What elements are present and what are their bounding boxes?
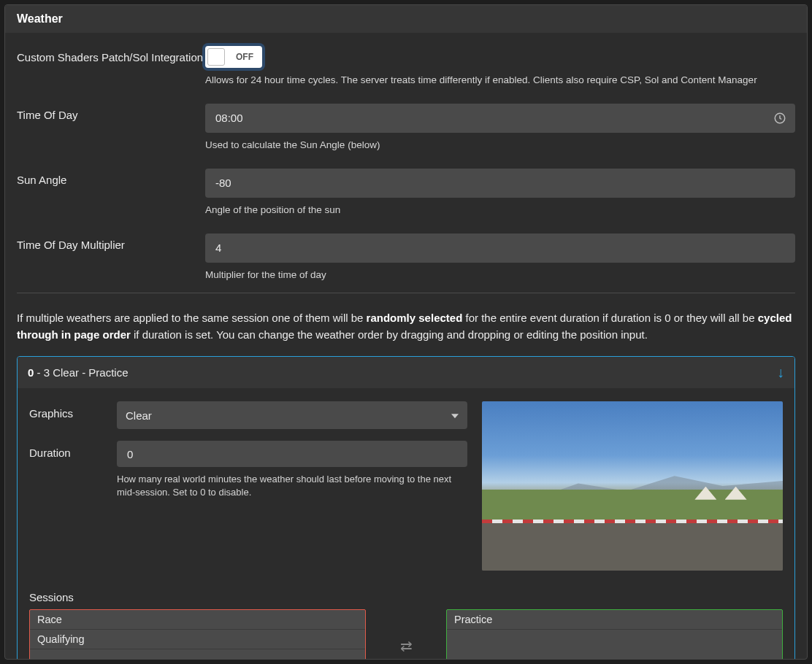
time-of-day-input-wrap xyxy=(205,104,795,133)
sessions-unassigned-box[interactable]: Race Qualifying xyxy=(29,609,366,660)
sun-angle-input-wrap xyxy=(205,169,795,198)
session-item-qualifying[interactable]: Qualifying xyxy=(30,630,365,649)
graphics-value: Clear xyxy=(126,409,152,422)
weather-preview-image xyxy=(482,401,783,571)
weather-panel: Weather Custom Shaders Patch/Sol Integra… xyxy=(4,4,808,660)
duration-input[interactable] xyxy=(127,448,457,460)
time-of-day-input[interactable] xyxy=(215,112,785,124)
duration-input-wrap xyxy=(117,441,467,467)
duration-label: Duration xyxy=(29,441,117,459)
csp-help: Allows for 24 hour time cycles. The serv… xyxy=(205,74,795,88)
csp-toggle[interactable]: OFF xyxy=(205,46,262,68)
graphics-label: Graphics xyxy=(29,401,117,420)
csp-label: Custom Shaders Patch/Sol Integration xyxy=(17,46,205,65)
swap-icon: ⇄ xyxy=(366,637,446,655)
sessions-assigned-box[interactable]: Practice xyxy=(446,609,783,660)
weather-card: 0 - 3 Clear - Practice ↓ Graphics Clear xyxy=(17,356,795,660)
panel-body: Custom Shaders Patch/Sol Integration OFF… xyxy=(5,33,807,660)
weather-explanation: If multiple weathers are applied to the … xyxy=(17,309,795,344)
sun-angle-help: Angle of the position of the sun xyxy=(205,204,795,217)
time-of-day-label: Time Of Day xyxy=(17,104,205,123)
time-of-day-help: Used to calculate the Sun Angle (below) xyxy=(205,139,795,153)
duration-row: Duration How many real world minutes the… xyxy=(29,441,467,499)
graphics-select[interactable]: Clear xyxy=(117,401,467,429)
weather-card-title: 0 - 3 Clear - Practice xyxy=(28,366,129,379)
clock-icon[interactable] xyxy=(773,112,786,125)
tod-mult-row: Time Of Day Multiplier Multiplier for th… xyxy=(17,233,795,282)
tod-mult-input-wrap xyxy=(205,233,795,263)
arrow-down-icon[interactable]: ↓ xyxy=(777,364,784,381)
session-item-race[interactable]: Race xyxy=(30,610,365,630)
tod-mult-help: Multiplier for the time of day xyxy=(205,269,795,282)
sessions-wrap: Race Qualifying ⇄ Practice xyxy=(29,609,783,660)
sun-angle-input[interactable] xyxy=(215,177,785,189)
sun-angle-row: Sun Angle Angle of the position of the s… xyxy=(17,169,795,217)
toggle-knob-icon xyxy=(207,48,225,66)
duration-help: How many real world minutes the weather … xyxy=(117,473,467,499)
toggle-state-text: OFF xyxy=(236,52,253,62)
session-item-practice[interactable]: Practice xyxy=(447,610,782,630)
tod-mult-label: Time Of Day Multiplier xyxy=(17,233,205,252)
sun-angle-label: Sun Angle xyxy=(17,169,205,188)
sessions-label: Sessions xyxy=(29,591,783,603)
divider xyxy=(17,293,795,293)
graphics-row: Graphics Clear xyxy=(29,401,467,429)
time-of-day-row: Time Of Day Used to calculate the Sun An… xyxy=(17,104,795,153)
panel-title: Weather xyxy=(5,5,807,33)
csp-row: Custom Shaders Patch/Sol Integration OFF… xyxy=(17,46,795,88)
weather-card-header[interactable]: 0 - 3 Clear - Practice ↓ xyxy=(18,357,794,388)
tod-mult-input[interactable] xyxy=(215,242,785,254)
